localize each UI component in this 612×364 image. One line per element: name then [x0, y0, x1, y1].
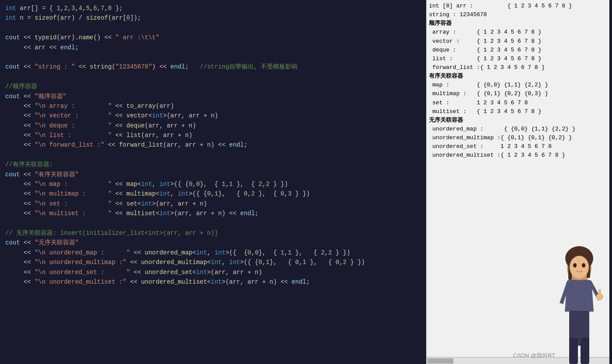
out-line-11: multimap : { {0,1} {0,2} {0,3} } [429, 89, 607, 98]
code-line-27: << "\n unordered_multimap :" << unordere… [5, 258, 421, 267]
svg-point-5 [573, 263, 577, 268]
anime-character [546, 242, 612, 364]
out-line-3: 顺序容器 [429, 19, 607, 28]
out-line-16: unordered_multimap :{ {0,1} {0,1} {0,2} … [429, 134, 607, 142]
out-line-6: deque : { 1 2 3 4 5 6 7 8 } [429, 46, 607, 55]
out-line-13: multiset : { 1 2 3 4 5 6 7 8 } [429, 107, 607, 116]
out-line-10: map : { {0,0} {1,1} {2,2} } [429, 81, 607, 89]
code-line-10: cout << "顺序容器" [5, 92, 421, 101]
code-line-12: << "\n vector : " << vector<int>(arr, ar… [5, 111, 421, 120]
code-line-15: << "\n forward_list :" << forward_list(a… [5, 140, 421, 150]
code-line-23 [5, 219, 421, 228]
code-line-14: << "\n list : " << list(arr, arr + n) [5, 130, 421, 140]
out-line-7: list : { 1 2 3 4 5 6 7 8 } [429, 55, 607, 63]
code-line-17: //有序关联容器: [5, 160, 421, 169]
code-line-28: << "\n unordered_set : " << unordered_se… [5, 268, 421, 277]
code-line-19: << "\n map : " << map<int, int>({ {0,0},… [5, 179, 421, 189]
out-line-5: vector : { 1 2 3 4 5 6 7 8 } [429, 37, 607, 46]
watermark: CSDN @我叫RT [513, 352, 555, 360]
out-line-9: 有序关联容器 [429, 72, 607, 81]
code-line-2: int n = sizeof(arr) / sizeof(arr[0]); [5, 13, 421, 23]
svg-rect-11 [581, 338, 589, 364]
code-line-9: //顺序容器 [5, 82, 421, 91]
code-line-26: << "\n unordered_map : " << unordered_ma… [5, 248, 421, 258]
out-line-1: int [8] arr : { 1 2 3 4 5 6 7 8 } [429, 2, 607, 10]
code-line-25: cout << "无序关联容器" [5, 238, 421, 247]
out-line-14: 无序关联容器 [429, 116, 607, 125]
code-line-11: << "\n array : " << to_array(arr) [5, 101, 421, 111]
out-line-17: unordered_set : 1 2 3 4 5 6 7 8 [429, 142, 607, 151]
svg-rect-10 [569, 338, 578, 364]
out-line-18: unordered_multiset :{ 1 2 3 4 5 6 7 8 } [429, 151, 607, 160]
code-line-22: << "\n multiset : " << multiset<int>(arr… [5, 209, 421, 218]
out-line-2: string : 12345678 [429, 10, 607, 19]
svg-point-6 [582, 263, 585, 268]
svg-rect-8 [598, 289, 601, 297]
out-line-15: unordered_map : { {0,0} {1,1} {2,2} } [429, 125, 607, 134]
out-line-12: set : 1 2 3 4 5 6 7 8 [429, 99, 607, 107]
code-line-7: cout << "string : " << string("12345678"… [5, 62, 421, 72]
code-line-21: << "\n set : " << set<int>(arr, arr + n) [5, 199, 421, 209]
scrollbar-thumb [427, 358, 453, 364]
code-line-24: // 无序关联容器: insert(initializer_list<int>(… [5, 228, 421, 238]
code-line-20: << "\n multimap : " << multimap<int, int… [5, 189, 421, 199]
svg-point-4 [570, 256, 589, 278]
code-line-8 [5, 72, 421, 82]
out-line-8: forward_list :{ 1 2 3 4 5 6 7 8 } [429, 63, 607, 72]
code-line-3 [5, 23, 421, 33]
code-line-6 [5, 52, 421, 62]
code-panel: int arr[] = { 1,2,3,4,5,6,7,8 }; int n =… [0, 0, 426, 364]
code-line-5: << arr << endl; [5, 43, 421, 52]
code-line-29: << "\n unordered_multiset :" << unordere… [5, 277, 421, 287]
code-line-4: cout << typeid(arr).name() << " arr :\t\… [5, 33, 421, 42]
out-line-4: array : { 1 2 3 4 5 6 7 8 } [429, 28, 607, 37]
code-line-16 [5, 150, 421, 160]
code-line-13: << "\n deque : " << deque(arr, arr + n) [5, 121, 421, 130]
code-line-1: int arr[] = { 1,2,3,4,5,6,7,8 }; [5, 3, 421, 13]
code-line-18: cout << "有序关联容器" [5, 170, 421, 179]
right-section: int [8] arr : { 1 2 3 4 5 6 7 8 } string… [426, 0, 612, 364]
